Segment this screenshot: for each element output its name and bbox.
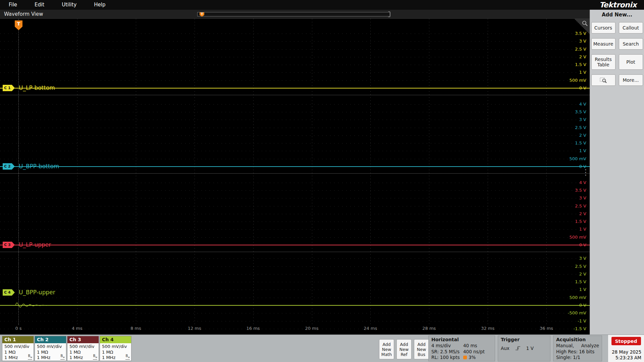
grid-line-horizontal [0, 198, 590, 198]
grid-line-horizontal [0, 65, 590, 65]
sidebar-button-zoom[interactable] [591, 74, 615, 86]
scale-label-c4: 3 V [579, 256, 586, 261]
sidebar-button-results-table[interactable]: Results Table [591, 54, 615, 70]
rising-edge-icon [515, 345, 521, 351]
menu-help[interactable]: Help [85, 0, 114, 10]
time-label: 36 ms [540, 326, 553, 331]
zoom-overview-bar[interactable]: T [197, 12, 390, 16]
vdiv-value: 500 mV/div [102, 344, 129, 350]
bandwidth-limit-icon: Bw [28, 354, 32, 360]
date-value: 28 May 2025 [611, 349, 641, 355]
grid-line-horizontal [0, 229, 590, 230]
acquisition-single-value: Single: 1/1 [556, 355, 599, 361]
zoom-area-icon [600, 77, 607, 83]
time-label: 28 ms [422, 326, 436, 331]
scale-label-c4: 2 V [579, 272, 586, 277]
channel-badges-row: Ch 1500 mV/div1 MΩ1 MHzBwCh 2500 mV/div1… [2, 336, 131, 361]
add-new-math-button[interactable]: Add New Math [379, 339, 394, 359]
add-new-title: Add New... [590, 12, 644, 18]
scale-label-c3: 3.5 V [575, 188, 586, 193]
vdiv-value: 500 mV/div [69, 344, 97, 350]
bandwidth-limit-icon: Bw [93, 354, 97, 360]
panel-resize-handle[interactable]: ⋮ [582, 168, 590, 177]
grid-line-horizontal [0, 151, 590, 151]
zoom-corner-button[interactable] [574, 19, 590, 34]
time-label: 12 ms [188, 326, 201, 331]
scale-label-c2: 1 V [579, 148, 586, 153]
impedance-value: 1 MΩ [69, 350, 97, 355]
acquisition-mode-value: Manual, [556, 343, 574, 349]
grid-line-horizontal [0, 49, 590, 50]
channel-badge-c1[interactable]: C 1 [3, 85, 15, 91]
channel-badge-c2[interactable]: C 2 [3, 163, 15, 170]
scale-label-c1: 2 V [579, 54, 586, 59]
date-time: 28 May 2025 5:23:23 AM [611, 349, 641, 361]
resolution-value: 400 ns/pt [463, 349, 492, 355]
time-label: 4 ms [72, 326, 83, 331]
scale-label-c4: -1 V [578, 318, 586, 323]
sidebar-button-search[interactable]: Search [619, 38, 643, 50]
add-new-ref-button[interactable]: Add New Ref [396, 339, 412, 359]
channel-config-ch3[interactable]: Ch 3500 mV/div1 MΩ1 MHzBw [67, 336, 99, 361]
horizontal-panel[interactable]: Horizontal 4 ms/div 40 ms SR: 2.5 MS/s 4… [428, 336, 495, 361]
waveform-view-header: Waveform View T [0, 10, 590, 19]
grid-line-horizontal [0, 128, 590, 128]
bandwidth-value: 1 MHz [4, 355, 32, 361]
oscilloscope-app: FileEditUtilityHelp Tektronix Waveform V… [0, 0, 644, 362]
grid-line-horizontal [0, 34, 590, 34]
grid-line-horizontal [0, 329, 590, 329]
grid-line-horizontal [0, 298, 590, 298]
grid-line-horizontal [0, 258, 590, 259]
sidebar-button-more[interactable]: More... [619, 74, 643, 86]
scale-label-c4: -500 mV [568, 310, 586, 315]
horizontal-position-icon [463, 356, 467, 359]
menu-edit[interactable]: Edit [26, 0, 53, 10]
time-label: 8 ms [130, 326, 141, 331]
grid-line-horizontal [0, 104, 590, 105]
trigger-panel[interactable]: Trigger Aux 1 V [498, 336, 550, 361]
trace-c4[interactable] [0, 305, 590, 306]
channel-badge-c4[interactable]: C 4 [3, 289, 15, 296]
horizontal-panel-title: Horizontal [431, 337, 492, 342]
sample-rate-value: SR: 2.5 MS/s [431, 349, 463, 355]
menu-utility[interactable]: Utility [53, 0, 85, 10]
acquisition-analyze-label: Analyze [581, 343, 599, 349]
trace-c1[interactable] [0, 88, 590, 88]
content-row: Waveform View T T ⋮ 3.5 V3 V2.5 V2 V1.5 … [0, 10, 644, 335]
sidebar-button-cursors[interactable]: Cursors [591, 22, 615, 34]
waveform-display[interactable]: T ⋮ 3.5 V3 V2.5 V2 V1.5 V1 V500 mV0 VC 1… [0, 19, 590, 335]
acquisition-panel-title: Acquisition [556, 337, 599, 342]
channel-badge-c3[interactable]: C 3 [3, 242, 15, 248]
sidebar-button-measure[interactable]: Measure [591, 38, 615, 50]
scale-label-c2: 500 mV [569, 156, 586, 161]
channel-config-ch1[interactable]: Ch 1500 mV/div1 MΩ1 MHzBw [2, 336, 34, 361]
scale-label-c2: 2 V [579, 133, 586, 138]
channel-config-header-ch3: Ch 3 [67, 336, 99, 343]
bandwidth-value: 1 MHz [102, 355, 129, 361]
run-stop-status[interactable]: Stopped [611, 337, 641, 345]
time-label: 0 s [15, 326, 21, 331]
acquisition-panel[interactable]: Acquisition Manual, Analyze High Res: 16… [553, 336, 602, 361]
grid-line-horizontal [0, 41, 590, 42]
trace-c2[interactable] [0, 166, 590, 167]
channel-config-ch2[interactable]: Ch 2500 mV/div1 MΩ1 MHzBw [35, 336, 66, 361]
add-new-bus-button[interactable]: Add New Bus [414, 339, 429, 359]
scale-label-c2: 3 V [579, 117, 586, 122]
channel-config-header-ch2: Ch 2 [35, 336, 66, 343]
grid-line-horizontal [0, 120, 590, 120]
grid-line-horizontal [0, 206, 590, 206]
sidebar-button-plot[interactable]: Plot [619, 54, 643, 70]
scale-label-c3: 4 V [579, 180, 586, 185]
trigger-position-marker[interactable]: T [200, 12, 204, 17]
add-new-buttons: Add New MathAdd New RefAdd New Bus [379, 339, 429, 359]
magnifier-icon [582, 20, 588, 27]
sidebar-button-callout[interactable]: Callout [619, 22, 643, 34]
grid-line-horizontal [0, 290, 590, 290]
channel-config-ch4[interactable]: Ch 4500 mV/div1 MΩ1 MHzBw [100, 336, 131, 361]
trace-c3[interactable] [0, 245, 590, 245]
menu-file[interactable]: File [0, 0, 26, 10]
grid-line-horizontal [0, 313, 590, 313]
impedance-value: 1 MΩ [102, 350, 129, 355]
trigger-indicator[interactable]: T [15, 20, 22, 30]
scale-label-c1: 1 V [579, 70, 586, 75]
